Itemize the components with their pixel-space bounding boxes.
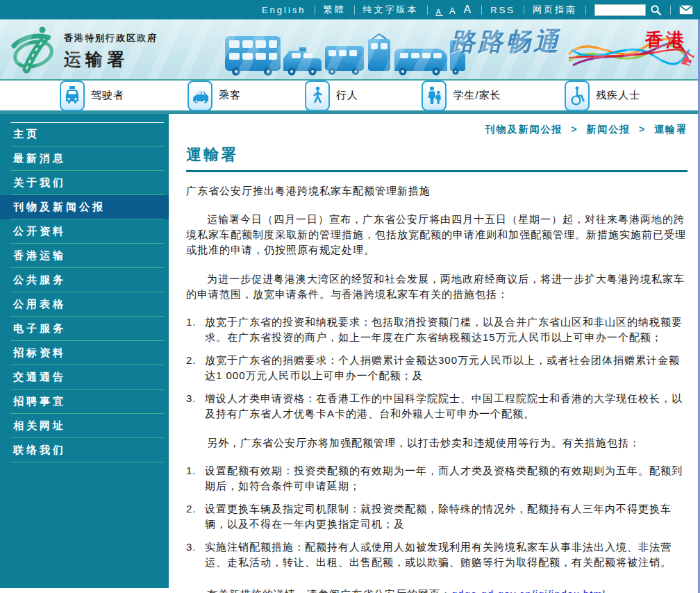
nav-item-disabled[interactable]: 残疾人士 [565, 81, 640, 111]
list-item: 1. 设置配额有效期：投资类配额的有效期为一年，而人才类及资格类配额的有效期则为… [186, 463, 688, 494]
list-number: 1. [186, 315, 205, 345]
sitemap-link[interactable]: 网页指南 [533, 3, 577, 16]
list-text: 实施注销配额措施：配额持有人或使用人如被发现利用有关跨境私家车从事非法出入境、非… [205, 540, 688, 570]
text-only-link[interactable]: 纯文字版本 [363, 3, 419, 16]
sidebar-item-tenders[interactable]: 招标资料 [0, 341, 169, 365]
sidebar-item-home[interactable]: 主页 [0, 122, 169, 147]
divider [481, 6, 482, 15]
nav-label: 残疾人士 [596, 89, 640, 102]
rss-link[interactable]: RSS [490, 5, 515, 15]
brand-hongkong-text: 香港 [644, 29, 687, 50]
sidebar: 主页 最新消息 关于我们 刊物及新闻公报 公开资料 香港运输 公共服务 公用表格… [0, 114, 169, 588]
list-text: 设置配额有效期：投资类配额的有效期为一年，而人才类及资格类配额的有效期则为五年。… [205, 463, 688, 494]
list-number: 3. [186, 391, 205, 421]
mail-icon[interactable] [679, 5, 693, 15]
list-item: 3. 实施注销配额措施：配额持有人或使用人如被发现利用有关跨境私家车从事非法出入… [186, 540, 688, 570]
divider [315, 6, 315, 15]
list-text: 设置更换车辆及指定司机限制：就投资类配额，除特殊的情况外，配额持有人三年内不得更… [205, 501, 688, 532]
article-paragraph: 为进一步促进粤港澳大湾区的经贸和社会发展，两地政府经商议后，将进一步扩大粤港跨境… [186, 272, 688, 302]
sidebar-item-e-services[interactable]: 电子服务 [0, 317, 169, 341]
breadcrumb-publications[interactable]: 刊物及新闻公报 [485, 124, 563, 135]
gdga-website-link[interactable]: gdga.gd.gov.cn/jgj/index.html [451, 588, 606, 593]
lang-english-link[interactable]: English [262, 5, 306, 15]
search-input[interactable] [594, 4, 646, 16]
nav-label: 行人 [336, 89, 358, 102]
list-number: 2. [186, 353, 205, 383]
taxi-front-icon [60, 81, 85, 111]
measures-list-2: 1. 设置配额有效期：投资类配额的有效期为一年，而人才类及资格类配额的有效期则为… [186, 463, 688, 570]
list-item: 2. 放宽于广东省的捐赠要求：个人捐赠累计金额达300万元人民币以上，或者社会团… [186, 353, 688, 383]
external-link-paragraph: 有关新措施的详情，请参阅广东省公安厅的网页：gdga.gd.gov.cn/jgj… [186, 587, 688, 593]
nav-item-passengers[interactable]: 乘客 [188, 81, 241, 111]
transport-department-logo[interactable] [11, 25, 56, 74]
gov-title: 香港特别行政区政府 [64, 32, 158, 44]
list-text: 放宽于广东省的捐赠要求：个人捐赠累计金额达300万元人民币以上，或者社会团体捐赠… [205, 353, 688, 383]
sidebar-item-traffic-notices[interactable]: 交通通告 [0, 365, 169, 390]
breadcrumb: 刊物及新闻公报新闻公报運輸署 [186, 124, 688, 136]
vehicles-silhouette [224, 33, 467, 79]
department-name: 运输署 [64, 48, 158, 71]
car-side-icon [188, 81, 212, 111]
nav-label: 驾驶者 [91, 89, 124, 102]
font-size-small-button[interactable]: A [436, 8, 443, 16]
sidebar-item-publications-press[interactable]: 刊物及新闻公报 [0, 195, 169, 219]
font-size-medium-button[interactable]: A [449, 6, 458, 16]
breadcrumb-press-releases[interactable]: 新闻公报 [563, 124, 631, 135]
audience-navbar: 驾驶者 乘客 [0, 81, 700, 114]
sidebar-item-recruitment[interactable]: 招聘事宜 [0, 390, 169, 414]
link-suffix-text: 。 [606, 588, 617, 593]
main-area: 主页 最新消息 关于我们 刊物及新闻公报 公开资料 香港运输 公共服务 公用表格… [0, 114, 700, 588]
list-item: 1. 放宽于广东省的投资和纳税要求：包括取消投资额门槛，以及合并广东省山区和非山… [186, 315, 688, 345]
article-paragraph: 运输署今日（四月一日）宣布，广东省公安厅将由四月十五日（星期一）起，对往来粤港两… [186, 212, 688, 258]
breadcrumb-current: 運輸署 [631, 124, 688, 135]
search-box [594, 4, 662, 16]
article-subtitle: 广东省公安厅推出粤港跨境私家车配额管理新措施 [186, 185, 688, 198]
sidebar-item-hk-transport[interactable]: 香港运输 [0, 244, 169, 268]
banner-header: 香港特别行政区政府 运输署 [0, 19, 700, 81]
wheelchair-icon [565, 81, 590, 111]
parent-child-icon [422, 81, 447, 111]
page-title: 運輸署 [186, 144, 688, 172]
list-number: 3. [186, 540, 205, 570]
search-icon[interactable] [650, 4, 662, 16]
list-text: 增设人才类申请资格：在香港工作的中国科学院院士、中国工程院院士和香港的大学现任校… [205, 391, 688, 421]
divider [585, 6, 586, 15]
department-titles: 香港特别行政区政府 运输署 [64, 32, 158, 71]
divider [670, 6, 671, 15]
nav-item-students-parents[interactable]: 学生/家长 [422, 81, 501, 111]
brand-hongkong-ribbon: 香港 [567, 26, 696, 78]
article-paragraph: 另外，广东省公安厅亦将加强配额管理，以打击炒卖和违规使用等行为。有关措施包括： [186, 435, 688, 451]
list-number: 2. [186, 501, 205, 532]
sidebar-item-contact-us[interactable]: 联络我们 [0, 438, 169, 462]
nav-label: 乘客 [219, 89, 241, 102]
list-item: 2. 设置更换车辆及指定司机限制：就投资类配额，除特殊的情况外，配额持有人三年内… [186, 501, 688, 532]
font-size-large-button[interactable]: A [464, 3, 474, 16]
nav-item-drivers[interactable]: 驾驶者 [60, 81, 124, 111]
sidebar-item-public-forms[interactable]: 公用表格 [0, 292, 169, 317]
list-item: 3. 增设人才类申请资格：在香港工作的中国科学院院士、中国工程院院士和香港的大学… [186, 391, 688, 421]
measures-list-1: 1. 放宽于广东省的投资和纳税要求：包括取消投资额门槛，以及合并广东省山区和非山… [186, 315, 688, 421]
sidebar-item-public-services[interactable]: 公共服务 [0, 268, 169, 292]
sidebar-item-public-info[interactable]: 公开资料 [0, 219, 169, 244]
list-text: 放宽于广东省的投资和纳税要求：包括取消投资额门槛，以及合并广东省山区和非山区的纳… [205, 315, 688, 345]
sidebar-item-whats-new[interactable]: 最新消息 [0, 147, 169, 171]
list-number: 1. [186, 463, 205, 494]
top-utility-bar: English 繁體 纯文字版本 A A A RSS 网页指南 [0, 0, 700, 19]
divider [354, 6, 355, 15]
link-prefix-text: 有关新措施的详情，请参阅广东省公安厅的网页： [207, 588, 451, 593]
nav-label: 学生/家长 [453, 89, 501, 102]
font-size-controls: A A A [436, 3, 474, 16]
nav-item-pedestrians[interactable]: 行人 [305, 81, 358, 111]
page: English 繁體 纯文字版本 A A A RSS 网页指南 [0, 0, 700, 593]
slogan-text: 路路畅通 [450, 25, 561, 59]
lang-traditional-link[interactable]: 繁體 [324, 3, 346, 16]
divider [427, 6, 428, 15]
sidebar-item-about-us[interactable]: 关于我们 [0, 171, 169, 195]
sidebar-item-related-links[interactable]: 相关网址 [0, 414, 169, 438]
divider [524, 6, 524, 15]
content-area: 刊物及新闻公报新闻公报運輸署 運輸署 广东省公安厅推出粤港跨境私家车配额管理新措… [169, 114, 700, 588]
pedestrian-icon [305, 81, 330, 111]
